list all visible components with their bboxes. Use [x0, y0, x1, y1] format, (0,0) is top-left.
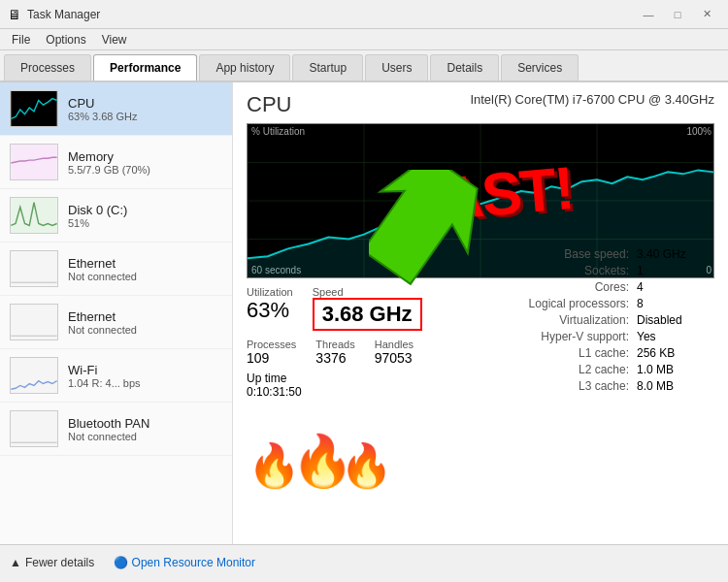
utilization-stat: Utilization 63% [247, 286, 293, 323]
open-resource-label: Open Resource Monitor [132, 556, 255, 569]
speed-value: 3.68 GHz [322, 302, 413, 327]
wifi-sidebar-name: Wi-Fi [68, 363, 222, 377]
memory-sidebar-sub: 5.5/7.9 GB (70%) [68, 164, 222, 176]
tab-processes[interactable]: Processes [4, 54, 91, 81]
info-key-l1: L1 cache: [493, 346, 629, 360]
menu-file[interactable]: File [4, 31, 38, 48]
sidebar-item-ethernet2[interactable]: Ethernet Not connected [0, 296, 232, 349]
fire-icon-2: 🔥 [291, 432, 354, 491]
right-panel: CPU Intel(R) Core(TM) i7-6700 CPU @ 3.40… [233, 82, 728, 544]
fire-icon-1: 🔥 [248, 440, 301, 491]
window-title: Task Manager [27, 8, 100, 21]
ethernet1-thumbnail [10, 250, 58, 287]
sidebar-item-cpu[interactable]: CPU 63% 3.68 GHz [0, 82, 232, 136]
tab-services[interactable]: Services [501, 54, 579, 81]
maximize-button[interactable]: □ [664, 4, 691, 25]
sidebar: CPU 63% 3.68 GHz Memory 5.5/7.9 GB (70%) [0, 82, 233, 544]
threads-value: 3376 [315, 350, 354, 366]
btpan-sidebar-sub: Not connected [68, 431, 222, 442]
tab-startup[interactable]: Startup [292, 54, 363, 81]
btpan-sidebar-name: Bluetooth PAN [68, 416, 222, 431]
chevron-up-icon: ▲ [10, 556, 21, 569]
open-resource-monitor-link[interactable]: 🔵 Open Resource Monitor [114, 556, 255, 569]
fire-icon-3: 🔥 [340, 440, 393, 491]
info-key-logical: Logical processors: [493, 297, 629, 310]
memory-thumbnail [10, 144, 58, 180]
sidebar-item-wifi[interactable]: Wi-Fi 1.04 R: 4... bps [0, 349, 232, 403]
utilization-label: Utilization [247, 286, 293, 298]
tab-details[interactable]: Details [430, 54, 499, 81]
fewer-details-button[interactable]: ▲ Fewer details [10, 556, 94, 569]
processes-label: Processes [247, 339, 296, 350]
speed-label: Speed [313, 286, 422, 298]
info-key-hyperv: Hyper-V support: [493, 330, 629, 343]
tab-performance[interactable]: Performance [93, 54, 197, 81]
sidebar-item-ethernet1[interactable]: Ethernet Not connected [0, 242, 232, 296]
info-val-virtualization: Disabled [637, 313, 714, 327]
ethernet1-sidebar-name: Ethernet [68, 256, 222, 271]
ethernet2-sidebar-info: Ethernet Not connected [68, 309, 222, 336]
handles-value: 97053 [375, 350, 414, 366]
cpu-sidebar-name: CPU [68, 96, 222, 111]
ethernet1-sidebar-sub: Not connected [68, 271, 222, 282]
info-key-l2: L2 cache: [493, 363, 629, 376]
close-button[interactable]: ✕ [693, 4, 720, 25]
svg-rect-6 [11, 411, 56, 446]
info-key-sockets: Sockets: [493, 264, 629, 277]
info-val-sockets: 1 [637, 264, 714, 277]
wifi-thumbnail [10, 357, 58, 394]
cpu-model-label: Intel(R) Core(TM) i7-6700 CPU @ 3.40GHz [470, 92, 714, 107]
handles-label: Handles [375, 339, 414, 350]
handles-stat: Handles 97053 [375, 339, 414, 366]
processes-stat: Processes 109 [247, 339, 296, 366]
threads-stat: Threads 3376 [315, 339, 354, 366]
minimize-button[interactable]: — [635, 4, 662, 25]
info-row-sockets: Sockets: 1 [493, 264, 714, 277]
sidebar-item-btpan[interactable]: Bluetooth PAN Not connected [0, 403, 232, 456]
wifi-sidebar-info: Wi-Fi 1.04 R: 4... bps [68, 363, 222, 389]
btpan-sidebar-info: Bluetooth PAN Not connected [68, 416, 222, 442]
menu-options[interactable]: Options [38, 31, 93, 48]
disk-thumbnail [10, 197, 58, 234]
info-val-logical: 8 [637, 297, 714, 310]
processes-value: 109 [247, 350, 296, 366]
info-row-logical: Logical processors: 8 [493, 297, 714, 310]
memory-sidebar-info: Memory 5.5/7.9 GB (70%) [68, 149, 222, 176]
info-key-cores: Cores: [493, 280, 629, 294]
info-val-hyperv: Yes [637, 330, 714, 343]
disk-sidebar-info: Disk 0 (C:) 51% [68, 203, 222, 229]
sidebar-item-memory[interactable]: Memory 5.5/7.9 GB (70%) [0, 136, 232, 189]
info-row-basespeed: Base speed: 3.40 GHz [493, 247, 714, 261]
info-val-basespeed: 3.40 GHz [637, 247, 714, 261]
info-row-l1: L1 cache: 256 KB [493, 346, 714, 360]
info-val-l2: 1.0 MB [637, 363, 714, 376]
ethernet2-thumbnail [10, 304, 58, 340]
info-row-hyperv: Hyper-V support: Yes [493, 330, 714, 343]
menu-bar: File Options View [0, 29, 728, 50]
disk-sidebar-sub: 51% [68, 217, 222, 229]
title-bar: 🖥 Task Manager — □ ✕ [0, 0, 728, 29]
cpu-header: CPU Intel(R) Core(TM) i7-6700 CPU @ 3.40… [247, 92, 714, 117]
svg-rect-4 [11, 305, 56, 340]
menu-view[interactable]: View [94, 31, 135, 48]
sidebar-item-disk[interactable]: Disk 0 (C:) 51% [0, 189, 232, 242]
info-key-basespeed: Base speed: [493, 247, 629, 261]
fewer-details-label: Fewer details [25, 556, 94, 569]
bottom-bar: ▲ Fewer details 🔵 Open Resource Monitor [0, 544, 728, 579]
tab-apphistory[interactable]: App history [199, 54, 290, 81]
disk-sidebar-name: Disk 0 (C:) [68, 203, 222, 217]
ethernet2-sidebar-sub: Not connected [68, 324, 222, 336]
app-icon: 🖥 [8, 7, 21, 22]
cpu-panel-title: CPU [247, 92, 291, 117]
tab-users[interactable]: Users [365, 54, 428, 81]
info-val-cores: 4 [637, 280, 714, 294]
window-controls: — □ ✕ [635, 4, 720, 25]
info-key-l3: L3 cache: [493, 379, 629, 393]
cpu-sidebar-sub: 63% 3.68 GHz [68, 111, 222, 122]
main-content: CPU 63% 3.68 GHz Memory 5.5/7.9 GB (70%) [0, 82, 728, 544]
resource-monitor-link-icon: 🔵 [114, 556, 128, 569]
speed-box: 3.68 GHz [313, 298, 422, 331]
cpu-sidebar-info: CPU 63% 3.68 GHz [68, 96, 222, 122]
speed-stat: Speed 3.68 GHz [313, 286, 422, 331]
info-val-l3: 8.0 MB [637, 379, 714, 393]
